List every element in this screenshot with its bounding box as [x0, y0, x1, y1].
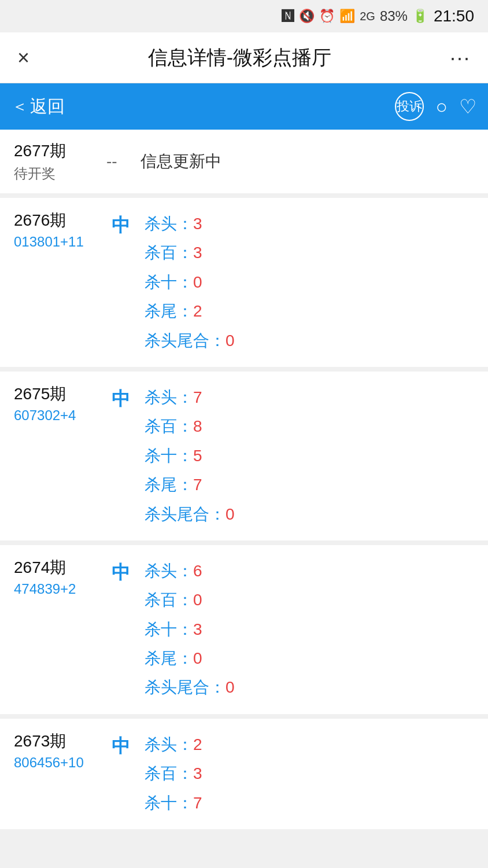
stat-line: 杀尾： 7	[145, 470, 474, 499]
alarm-icon: ⏰	[319, 9, 335, 24]
record-2673-hit: 中	[106, 730, 135, 759]
stat-line: 杀头： 3	[145, 209, 474, 238]
record-2675-left: 2675期 607302+4	[14, 383, 106, 424]
stat-line: 杀头： 2	[145, 730, 474, 759]
period-2677-status: 待开奖	[14, 164, 95, 183]
record-2673-code: 806456+10	[14, 755, 106, 771]
mute-icon: 🔇	[299, 9, 315, 24]
nfc-icon: 🅽	[282, 9, 294, 24]
stat-line: 杀头： 7	[145, 383, 474, 412]
record-2675-period: 2675期	[14, 383, 106, 405]
record-2674-stats: 杀头： 6 杀百： 0 杀十： 3 杀尾： 0 杀头尾合： 0	[135, 557, 474, 703]
wifi-icon: 📶	[339, 9, 355, 24]
record-2676: 2676期 013801+11 中 杀头： 3 杀百： 3 杀十： 0 杀尾： …	[0, 198, 488, 372]
record-2676-code: 013801+11	[14, 234, 106, 250]
record-2674-period: 2674期	[14, 557, 106, 579]
record-2677: 2677期 待开奖 -- 信息更新中	[0, 130, 488, 198]
back-button[interactable]: ＜ 返回	[12, 95, 65, 119]
record-2673-left: 2673期 806456+10	[14, 730, 106, 771]
updating-text: 信息更新中	[141, 150, 221, 172]
stat-line: 杀百： 0	[145, 586, 474, 615]
nav-action-icons: 投诉 ○ ♡	[395, 92, 476, 121]
stat-line: 杀十： 3	[145, 615, 474, 644]
record-2675: 2675期 607302+4 中 杀头： 7 杀百： 8 杀十： 5 杀尾： 7…	[0, 372, 488, 545]
stat-line: 杀十： 0	[145, 268, 474, 297]
content-area: 2677期 待开奖 -- 信息更新中 2676期 013801+11 中 杀头：…	[0, 130, 488, 829]
chevron-left-icon: ＜	[12, 95, 28, 117]
period-2677-dash: --	[106, 152, 117, 171]
record-2676-stats: 杀头： 3 杀百： 3 杀十： 0 杀尾： 2 杀头尾合： 0	[135, 209, 474, 355]
back-label: 返回	[30, 95, 65, 119]
record-2675-stats: 杀头： 7 杀百： 8 杀十： 5 杀尾： 7 杀头尾合： 0	[135, 383, 474, 529]
record-2674-hit: 中	[106, 557, 135, 586]
period-2677-info: 2677期 待开奖	[14, 140, 95, 183]
complaint-label: 投诉	[397, 98, 422, 115]
close-button[interactable]: ×	[17, 46, 29, 70]
record-2674-code: 474839+2	[14, 581, 106, 597]
user-button[interactable]: ♡	[459, 95, 476, 118]
stat-line: 杀头尾合： 0	[145, 326, 474, 355]
record-2675-hit: 中	[106, 383, 135, 412]
record-2674: 2674期 474839+2 中 杀头： 6 杀百： 0 杀十： 3 杀尾： 0…	[0, 545, 488, 719]
stat-line: 杀百： 3	[145, 238, 474, 267]
battery-icon: 🔋	[412, 9, 428, 24]
status-time: 21:50	[434, 7, 474, 25]
stat-line: 杀尾： 2	[145, 297, 474, 326]
stat-line: 杀头尾合： 0	[145, 673, 474, 702]
more-button[interactable]: ···	[450, 46, 471, 70]
record-2673: 2673期 806456+10 中 杀头： 2 杀百： 3 杀十： 7	[0, 719, 488, 829]
period-2677-num: 2677期	[14, 140, 95, 162]
stat-line: 杀头： 6	[145, 557, 474, 586]
record-2673-stats: 杀头： 2 杀百： 3 杀十： 7	[135, 730, 474, 818]
battery-level: 83%	[380, 8, 408, 24]
status-bar: 🅽 🔇 ⏰ 📶 2G 83% 🔋 21:50	[0, 0, 488, 32]
nav-bar: ＜ 返回 投诉 ○ ♡	[0, 83, 488, 130]
stat-line: 杀百： 3	[145, 759, 474, 788]
record-2673-period: 2673期	[14, 730, 106, 752]
record-2676-period: 2676期	[14, 209, 106, 231]
stat-line: 杀百： 8	[145, 412, 474, 441]
record-2675-code: 607302+4	[14, 407, 106, 424]
search-button[interactable]: ○	[435, 95, 448, 118]
status-icons: 🅽 🔇 ⏰ 📶 2G 83% 🔋	[282, 8, 428, 24]
record-2676-left: 2676期 013801+11	[14, 209, 106, 250]
title-bar: × 信息详情-微彩点播厅 ···	[0, 32, 488, 83]
stat-line: 杀十： 7	[145, 789, 474, 818]
complaint-button[interactable]: 投诉	[395, 92, 424, 121]
stat-line: 杀头尾合： 0	[145, 500, 474, 529]
stat-line: 杀尾： 0	[145, 644, 474, 673]
stat-line: 杀十： 5	[145, 442, 474, 470]
record-2676-hit: 中	[106, 209, 135, 238]
signal-icon: 2G	[360, 10, 375, 23]
page-title: 信息详情-微彩点播厅	[148, 45, 331, 71]
record-2674-left: 2674期 474839+2	[14, 557, 106, 597]
